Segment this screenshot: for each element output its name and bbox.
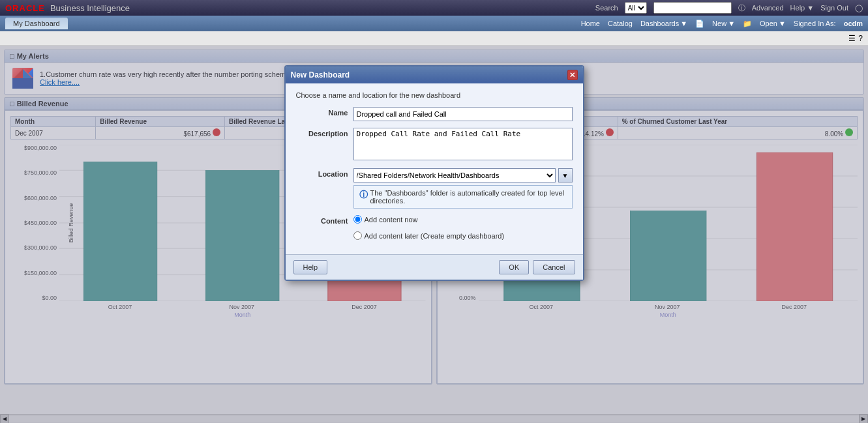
radio-add-now-input[interactable] [353,215,362,224]
new-dashboard-dialog: New Dashboard ✕ Choose a name and locati… [284,65,584,281]
radio-add-later[interactable]: Add content later (Create empty dashboar… [353,231,505,240]
location-select[interactable]: /Shared Folders/Network Health/Dashboard… [353,168,556,182]
content-label: Content [296,215,348,225]
content-row: Content Add content now Add content late… [296,215,573,240]
second-navbar-right: Home Catalog Dashboards ▼ 📄 New ▼ 📁 Open… [581,20,863,28]
location-label: Location [296,168,348,178]
new-dropdown[interactable]: New ▼ [712,20,735,27]
signed-in-label: Signed In As: [794,20,836,27]
top-navbar: ORACLE Business Intelligence Search All … [0,0,868,16]
user-label: ocdm [844,20,863,27]
modal-footer: Help OK Cancel [286,254,583,280]
description-row: Description Dropped Call Rate and Failed… [296,128,573,162]
info-box: ⓘ The "Dashboards" folder is automatical… [353,185,573,209]
description-control: Dropped Call Rate and Failed Call Rate [353,128,573,162]
radio-add-later-input[interactable] [353,231,362,240]
location-control: /Shared Folders/Network Health/Dashboard… [353,168,573,209]
top-navbar-left: ORACLE Business Intelligence [5,3,130,13]
help-link[interactable]: Help ▼ [790,4,815,12]
help-icon[interactable]: ? [858,34,863,43]
main-content: □ My Alerts 1.Customer churn rate was ve… [0,46,868,423]
page-icon: 📄 [695,20,704,28]
radio-add-now[interactable]: Add content now [353,215,418,224]
name-input[interactable] [353,107,573,121]
content-radio-group: Add content now Add content later (Creat… [353,215,573,240]
ok-button[interactable]: OK [499,260,529,274]
description-label: Description [296,128,348,138]
modal-close-button[interactable]: ✕ [567,70,578,80]
advanced-link[interactable]: Advanced [752,4,784,12]
catalog-link[interactable]: Catalog [608,20,633,27]
signout-link[interactable]: Sign Out [820,4,848,12]
folder-icon: 📁 [743,20,752,28]
second-navbar: My Dashboard Home Catalog Dashboards ▼ 📄… [0,16,868,31]
search-input[interactable] [653,2,732,14]
tools-icon[interactable]: ☰ [848,34,856,43]
name-row: Name [296,107,573,121]
second-navbar-left: My Dashboard [5,18,68,29]
oracle-logo: ORACLE [5,3,45,13]
name-control [353,107,573,121]
search-help-icon[interactable]: ⓘ [738,3,745,13]
modal-titlebar: New Dashboard ✕ [286,66,583,83]
my-dashboard-tab[interactable]: My Dashboard [5,18,68,29]
location-select-wrap: /Shared Folders/Network Health/Dashboard… [353,168,573,182]
name-label: Name [296,107,348,117]
ok-cancel-group: OK Cancel [499,260,575,274]
cancel-button[interactable]: Cancel [533,260,575,274]
bi-title: Business Intelligence [50,3,130,13]
info-icon: ⓘ [359,189,368,201]
location-row: Location /Shared Folders/Network Health/… [296,168,573,209]
search-label: Search [595,4,618,12]
home-link[interactable]: Home [581,20,600,27]
modal-body: Choose a name and location for the new d… [286,83,583,254]
tools-bar: ☰ ? [0,31,868,46]
search-scope-select[interactable]: All [625,2,647,14]
description-textarea[interactable]: Dropped Call Rate and Failed Call Rate [353,128,573,160]
radio-add-later-label: Add content later (Create empty dashboar… [365,232,505,240]
modal-subtitle: Choose a name and location for the new d… [296,91,573,99]
modal-overlay: New Dashboard ✕ Choose a name and locati… [0,46,868,423]
power-icon: ◯ [855,4,863,12]
dashboards-dropdown[interactable]: Dashboards ▼ [640,20,687,27]
open-dropdown[interactable]: Open ▼ [760,20,786,27]
help-button[interactable]: Help [293,260,328,274]
content-control: Add content now Add content later (Creat… [353,215,573,240]
info-text: The "Dashboards" folder is automatically… [370,189,567,205]
top-navbar-right: Search All ⓘ Advanced Help ▼ Sign Out ◯ [595,2,863,14]
modal-title: New Dashboard [291,70,350,80]
radio-add-now-label: Add content now [365,216,418,224]
location-browse-button[interactable]: ▼ [558,168,573,182]
